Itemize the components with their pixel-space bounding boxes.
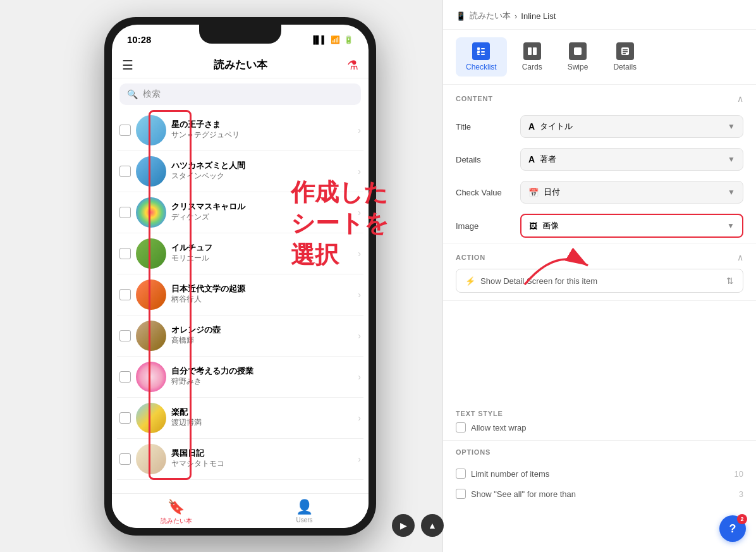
book-checkbox[interactable] bbox=[119, 166, 131, 177]
image-field-select[interactable]: 🖼 画像 ▼ bbox=[520, 214, 743, 238]
details-field-icon: A bbox=[528, 154, 535, 164]
text-style-title: TEXT STYLE bbox=[456, 410, 743, 417]
tab-label-users: Users bbox=[296, 517, 312, 524]
title-field-row: Title A タイトル ▼ bbox=[443, 110, 756, 143]
tab-details[interactable]: Details bbox=[603, 37, 647, 77]
text-wrap-row: Allow text wrap bbox=[456, 422, 743, 432]
book-author: 柄谷行人 bbox=[171, 294, 353, 305]
details-field-label: Details bbox=[456, 155, 513, 164]
breadcrumb-icon: 📱 bbox=[456, 11, 466, 21]
wifi-icon: 📶 bbox=[331, 35, 340, 44]
details-field-select[interactable]: A 著者 ▼ bbox=[520, 148, 743, 171]
list-item[interactable]: 楽配 渡辺博満 › bbox=[117, 398, 363, 439]
book-author: 狩野みき bbox=[171, 376, 353, 387]
book-checkbox[interactable] bbox=[119, 412, 131, 424]
list-item[interactable]: 日本近代文学の起源 柄谷行人 › bbox=[117, 274, 363, 316]
content-section-header[interactable]: CONTENT ∧ bbox=[443, 85, 756, 110]
app-title: 読みたい本 bbox=[214, 58, 267, 72]
book-checkbox[interactable] bbox=[119, 453, 131, 465]
svg-rect-9 bbox=[574, 47, 582, 55]
action-main-row[interactable]: ⚡ Show Detail Screen for this item ⇅ bbox=[456, 269, 743, 292]
status-time: 10:28 bbox=[127, 34, 151, 45]
play-row: ▶ ▲ bbox=[392, 514, 444, 537]
tab-cards-label: Cards bbox=[522, 63, 542, 71]
checkvalue-field-icon: 📅 bbox=[528, 188, 539, 197]
chevron-right-icon: › bbox=[358, 290, 361, 300]
title-field-value: A タイトル bbox=[528, 121, 573, 132]
checkvalue-field-select[interactable]: 📅 日付 ▼ bbox=[520, 181, 743, 204]
book-checkbox[interactable] bbox=[119, 330, 131, 341]
app-header: ☰ 読みたい本 ⚗ bbox=[112, 52, 369, 78]
phone-frame: 10:28 ▐▌▌ 📶 🔋 ☰ 読みたい本 ⚗ 🔍 検索 bbox=[104, 17, 376, 536]
book-checkbox[interactable] bbox=[119, 371, 131, 383]
book-checkbox[interactable] bbox=[119, 207, 131, 218]
avatar bbox=[136, 444, 166, 474]
tab-yomitai[interactable]: 🔖 読みたい本 bbox=[112, 499, 240, 525]
book-checkbox[interactable] bbox=[119, 289, 131, 300]
image-field-value: 🖼 画像 bbox=[529, 220, 559, 231]
avatar bbox=[136, 115, 166, 145]
option-limit-checkbox[interactable] bbox=[456, 469, 466, 479]
checkvalue-field-row: Check Value 📅 日付 ▼ bbox=[443, 176, 756, 209]
play-button[interactable]: ▶ bbox=[392, 514, 415, 537]
hamburger-icon[interactable]: ☰ bbox=[122, 58, 133, 73]
svg-rect-1 bbox=[477, 47, 480, 50]
content-section-title: CONTENT bbox=[456, 95, 493, 102]
users-icon: 👤 bbox=[296, 499, 313, 515]
text-style-section: TEXT STYLE Allow text wrap bbox=[443, 402, 756, 441]
annotation-line3: 選択 bbox=[291, 240, 389, 271]
list-item[interactable]: 自分で考える力の授業 狩野みき › bbox=[117, 357, 363, 398]
image-field-label: Image bbox=[456, 221, 513, 231]
chevron-right-icon: › bbox=[358, 413, 361, 423]
avatar bbox=[136, 238, 166, 269]
action-dropdown[interactable]: ⚡ Show Detail Screen for this item ⇅ bbox=[456, 269, 743, 293]
list-item[interactable]: 星の王子さま サン＝テグジュペリ › bbox=[117, 110, 363, 151]
avatar bbox=[136, 321, 166, 351]
nav-button[interactable]: ▲ bbox=[421, 514, 444, 537]
details-field-text: 著者 bbox=[540, 154, 556, 165]
status-icons: ▐▌▌ 📶 🔋 bbox=[310, 35, 353, 44]
title-field-label: Title bbox=[456, 122, 513, 132]
breadcrumb-parent[interactable]: 読みたい本 bbox=[470, 10, 511, 21]
action-dropdown-label: Show Detail Screen for this item bbox=[480, 276, 597, 286]
svg-rect-4 bbox=[481, 51, 485, 52]
checkvalue-field-label: Check Value bbox=[456, 188, 513, 197]
list-item[interactable]: 異国日記 ヤマシタトモコ › bbox=[117, 439, 363, 480]
chevron-right-icon: › bbox=[358, 331, 361, 341]
search-bar[interactable]: 🔍 検索 bbox=[119, 83, 361, 105]
list-item[interactable]: オレンジの壺 高橋輝 › bbox=[117, 316, 363, 357]
tab-cards[interactable]: Cards bbox=[512, 37, 552, 77]
book-author: ヤマシタトモコ bbox=[171, 458, 353, 469]
action-section-title: ACTION bbox=[456, 254, 485, 261]
tab-users[interactable]: 👤 Users bbox=[240, 499, 369, 525]
book-info: 星の王子さま サン＝テグジュペリ bbox=[171, 120, 353, 141]
annotation-line2: シートを bbox=[291, 208, 389, 239]
book-checkbox[interactable] bbox=[119, 125, 131, 136]
help-button[interactable]: ? 2 bbox=[719, 515, 746, 542]
book-info: 自分で考える力の授業 狩野みき bbox=[171, 366, 353, 388]
lightning-icon: ⚡ bbox=[465, 276, 475, 286]
option-seeall-row: Show "See all" for more than 3 bbox=[456, 484, 743, 504]
book-author: 渡辺博満 bbox=[171, 417, 353, 428]
phone-notch bbox=[199, 25, 281, 44]
option-seeall-value: 3 bbox=[739, 489, 743, 499]
action-section-header[interactable]: ACTION ∧ bbox=[443, 243, 756, 269]
option-seeall-checkbox[interactable] bbox=[456, 489, 466, 499]
title-field-select[interactable]: A タイトル ▼ bbox=[520, 115, 743, 138]
book-title: 自分で考える力の授業 bbox=[171, 366, 353, 377]
text-wrap-checkbox[interactable] bbox=[456, 422, 466, 432]
avatar bbox=[136, 279, 166, 310]
image-field-icon: 🖼 bbox=[529, 221, 537, 231]
book-info: オレンジの壺 高橋輝 bbox=[171, 325, 353, 347]
checklist-tab-icon bbox=[472, 42, 490, 60]
bookmark-icon: 🔖 bbox=[168, 499, 185, 515]
tab-checklist[interactable]: Checklist bbox=[456, 37, 507, 77]
swipe-tab-icon bbox=[569, 42, 587, 60]
book-checkbox[interactable] bbox=[119, 248, 131, 259]
details-tab-icon bbox=[616, 42, 634, 60]
avatar bbox=[136, 156, 166, 187]
svg-rect-11 bbox=[623, 49, 628, 51]
tab-swipe[interactable]: Swipe bbox=[558, 37, 599, 77]
title-field-arrow: ▼ bbox=[728, 122, 735, 131]
filter-icon[interactable]: ⚗ bbox=[347, 58, 358, 73]
